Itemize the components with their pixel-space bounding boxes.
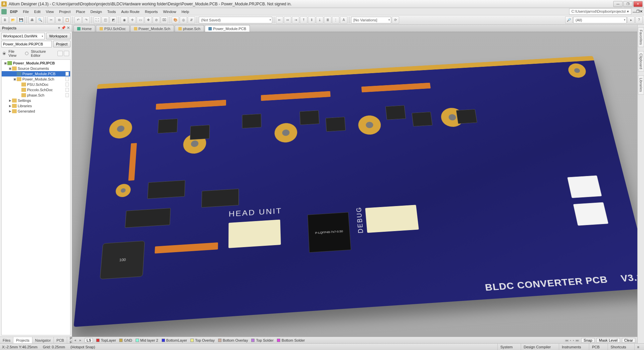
menu-file[interactable]: File: [20, 9, 32, 15]
status-menu-icon[interactable]: ≡: [634, 344, 642, 350]
menu-place[interactable]: Place: [73, 9, 88, 15]
align-right-button[interactable]: ⇥: [292, 16, 299, 24]
print-button[interactable]: 🖶: [28, 16, 36, 24]
find-button[interactable]: 🔎: [565, 16, 573, 24]
tree-node[interactable]: ▣Source Documents: [2, 66, 70, 71]
menu-tools[interactable]: Tools: [105, 9, 119, 15]
layer-tab[interactable]: Top Overlay: [190, 338, 215, 342]
secondary-minimize-button[interactable]: —: [633, 10, 636, 14]
file-view-radio[interactable]: [3, 52, 6, 55]
tree-node[interactable]: ▶Libraries: [2, 103, 70, 109]
bottom-tab-pcb[interactable]: PCB: [54, 337, 67, 343]
layer-tab[interactable]: Bottom Overlay: [218, 338, 248, 342]
side-tab-clipboard[interactable]: Clipboard: [638, 51, 644, 71]
tree-node[interactable]: ▣Power_Module.PRJPCB: [2, 60, 70, 66]
text-tool-button[interactable]: A: [340, 16, 347, 24]
help-button[interactable]: ?: [635, 16, 643, 24]
project-button[interactable]: Project: [53, 41, 70, 47]
align-top-button[interactable]: ⤒: [300, 16, 307, 24]
panel-options-button[interactable]: [57, 51, 63, 56]
align-center-button[interactable]: ⇔: [284, 16, 291, 24]
menu-autoroute[interactable]: Auto Route: [119, 9, 142, 15]
secondary-restore-button[interactable]: ❐: [636, 9, 640, 14]
bottom-tab-navigator[interactable]: Navigator: [32, 337, 54, 343]
menu-dxp[interactable]: DXP: [7, 9, 20, 15]
variations-combo[interactable]: [No Variations]: [351, 17, 391, 23]
cross-probe-button[interactable]: ✛: [129, 16, 136, 24]
panel-pin-icon[interactable]: 📌: [61, 26, 66, 30]
menu-reports[interactable]: Reports: [142, 9, 161, 15]
tree-node[interactable]: Piccolo.SchDoc: [2, 87, 70, 93]
tree-node[interactable]: ▶Settings: [2, 98, 70, 103]
doc-tab[interactable]: phase.Sch: [175, 25, 204, 32]
layer-tab[interactable]: GND: [119, 338, 132, 342]
layer-tab[interactable]: Bottom Solder: [277, 338, 305, 342]
status-instruments-button[interactable]: Instruments: [559, 344, 584, 350]
layer-tab[interactable]: Mid layer 2: [136, 338, 158, 342]
layer-snap-button[interactable]: Snap: [581, 338, 595, 343]
align-left-button[interactable]: ⇤: [276, 16, 283, 24]
filter-combo[interactable]: (All): [573, 17, 627, 23]
menu-design[interactable]: Design: [88, 9, 105, 15]
tree-node[interactable]: Power_Module.PCB: [2, 71, 70, 76]
menu-edit[interactable]: Edit: [31, 9, 43, 15]
status-shortcuts-button[interactable]: Shortcuts: [608, 344, 629, 350]
deselect-button[interactable]: ⊘: [153, 16, 160, 24]
paste-button[interactable]: 📋: [63, 16, 71, 24]
layer-nav-icons[interactable]: ⏮ ◂ ▸ ⏭: [565, 338, 579, 342]
clear-filter-button[interactable]: ⌧: [161, 16, 168, 24]
tree-node[interactable]: ▣Power_Module.Sch: [2, 76, 70, 82]
bottom-tab-projects[interactable]: Projects: [13, 337, 32, 343]
tree-node[interactable]: phase.Sch: [2, 93, 70, 98]
snapshot-combo[interactable]: (Not Saved): [199, 17, 272, 23]
project-tree[interactable]: ▣Power_Module.PRJPCB▣Source DocumentsPow…: [1, 59, 70, 335]
layer-scroll-right-icon[interactable]: ▸: [79, 338, 82, 342]
move-button[interactable]: ✥: [145, 16, 152, 24]
doc-tab[interactable]: PSU.SchDoc: [96, 25, 129, 32]
cut-button[interactable]: ✂: [47, 16, 55, 24]
minimize-button[interactable]: —: [613, 1, 623, 7]
menu-window[interactable]: Window: [160, 9, 179, 15]
status-system-button[interactable]: System: [497, 344, 515, 350]
status-pcb-button[interactable]: PCB: [589, 344, 602, 350]
layer-mask-level-button[interactable]: Mask Level: [597, 338, 620, 343]
menu-view[interactable]: View: [43, 9, 56, 15]
recent-path-dropdown[interactable]: C:\Users\jarrod\Dropbox\projects\ ▾: [569, 8, 631, 15]
close-button[interactable]: ✕: [633, 1, 643, 7]
new-doc-button[interactable]: 🗎: [1, 16, 9, 24]
layer-scroll-left-icon[interactable]: ◂: [74, 338, 76, 342]
doc-tab[interactable]: Home: [73, 25, 95, 32]
zoom-fit-button[interactable]: ⛶: [94, 16, 101, 24]
side-tab-libraries[interactable]: Libraries: [638, 75, 644, 94]
toggle-3d-button[interactable]: ◉: [121, 16, 128, 24]
maximize-button[interactable]: ❐: [623, 1, 633, 7]
menu-help[interactable]: Help: [179, 9, 192, 15]
layer-tab[interactable]: TopLayer: [96, 338, 116, 342]
net-colors-button[interactable]: 🎨: [172, 16, 179, 24]
select-button[interactable]: ▭: [137, 16, 144, 24]
align-bottom-button[interactable]: ⤓: [316, 16, 323, 24]
filter-apply-button[interactable]: ▸: [627, 16, 635, 24]
flip-button[interactable]: ⇵: [188, 16, 195, 24]
layer-clear-button[interactable]: Clear: [622, 338, 635, 343]
menu-project[interactable]: Project: [56, 9, 73, 15]
pcb-3d-viewport[interactable]: 100 HEAD UNIT DEBUG BLDC CONVERTER PCB: [72, 32, 637, 337]
dxp-icon[interactable]: [1, 9, 7, 14]
doc-tab[interactable]: Power_Module.PCB: [205, 25, 250, 32]
layer-set-button[interactable]: LS: [85, 338, 93, 343]
status-design-compiler-button[interactable]: Design Compiler: [521, 344, 553, 350]
place-via-button[interactable]: ◎: [180, 16, 187, 24]
distribute-v-button[interactable]: ⋮: [332, 16, 339, 24]
layer-tab[interactable]: Top Solder: [251, 338, 274, 342]
layer-tab[interactable]: BottomLayer: [162, 338, 187, 342]
panel-close-icon[interactable]: ✕: [67, 26, 70, 30]
tree-node[interactable]: ▶Generated: [2, 109, 70, 114]
copy-button[interactable]: ⧉: [55, 16, 63, 24]
panel-dropdown-icon[interactable]: ▾: [58, 26, 60, 30]
align-middle-button[interactable]: ⇕: [308, 16, 315, 24]
workspace-button[interactable]: Workspace: [46, 33, 70, 39]
secondary-close-button[interactable]: ✕: [640, 9, 643, 14]
preview-button[interactable]: 🔍: [36, 16, 44, 24]
tree-node[interactable]: PSU.SchDoc: [2, 82, 70, 87]
doc-tab[interactable]: Power_Module.Sch: [130, 25, 174, 32]
